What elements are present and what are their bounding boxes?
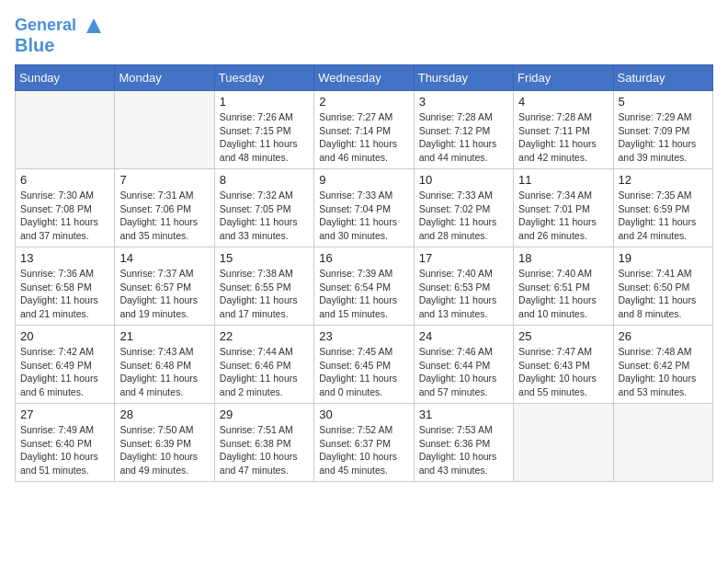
- day-number: 16: [319, 251, 408, 265]
- day-info: Sunrise: 7:34 AM Sunset: 7:01 PM Dayligh…: [518, 189, 608, 243]
- calendar-cell: 16Sunrise: 7:39 AM Sunset: 6:54 PM Dayli…: [314, 247, 414, 326]
- day-number: 25: [518, 329, 608, 343]
- calendar-cell: 15Sunrise: 7:38 AM Sunset: 6:55 PM Dayli…: [214, 247, 313, 326]
- weekday-header-friday: Friday: [514, 65, 613, 91]
- calendar-cell: 9Sunrise: 7:33 AM Sunset: 7:04 PM Daylig…: [314, 169, 414, 247]
- day-number: 23: [319, 329, 408, 343]
- day-number: 9: [319, 173, 408, 187]
- day-number: 11: [518, 173, 608, 187]
- calendar-week-4: 20Sunrise: 7:42 AM Sunset: 6:49 PM Dayli…: [16, 326, 713, 404]
- calendar-table: SundayMondayTuesdayWednesdayThursdayFrid…: [15, 64, 713, 482]
- calendar-cell: 21Sunrise: 7:43 AM Sunset: 6:48 PM Dayli…: [115, 326, 214, 404]
- calendar-week-1: 1Sunrise: 7:26 AM Sunset: 7:15 PM Daylig…: [16, 91, 713, 169]
- day-info: Sunrise: 7:40 AM Sunset: 6:53 PM Dayligh…: [419, 267, 508, 321]
- day-number: 17: [419, 251, 508, 265]
- calendar-cell: 17Sunrise: 7:40 AM Sunset: 6:53 PM Dayli…: [414, 247, 513, 326]
- calendar-week-2: 6Sunrise: 7:30 AM Sunset: 7:08 PM Daylig…: [16, 169, 713, 247]
- day-info: Sunrise: 7:28 AM Sunset: 7:11 PM Dayligh…: [518, 110, 608, 165]
- calendar-cell: 28Sunrise: 7:50 AM Sunset: 6:39 PM Dayli…: [115, 404, 214, 482]
- day-info: Sunrise: 7:29 AM Sunset: 7:09 PM Dayligh…: [619, 110, 708, 165]
- calendar-cell: 6Sunrise: 7:30 AM Sunset: 7:08 PM Daylig…: [16, 169, 115, 247]
- day-number: 26: [619, 329, 708, 343]
- calendar-cell: 4Sunrise: 7:28 AM Sunset: 7:11 PM Daylig…: [514, 91, 613, 169]
- logo-icon: [83, 15, 105, 37]
- day-info: Sunrise: 7:39 AM Sunset: 6:54 PM Dayligh…: [319, 267, 408, 321]
- calendar-cell: [115, 91, 214, 169]
- calendar-week-5: 27Sunrise: 7:49 AM Sunset: 6:40 PM Dayli…: [16, 404, 713, 482]
- calendar-cell: 23Sunrise: 7:45 AM Sunset: 6:45 PM Dayli…: [314, 326, 414, 404]
- weekday-header-monday: Monday: [115, 65, 214, 91]
- day-number: 14: [119, 251, 209, 265]
- day-number: 31: [419, 408, 508, 421]
- calendar-cell: 18Sunrise: 7:40 AM Sunset: 6:51 PM Dayli…: [514, 247, 613, 326]
- day-number: 15: [220, 251, 309, 265]
- calendar-cell: 2Sunrise: 7:27 AM Sunset: 7:14 PM Daylig…: [314, 91, 414, 169]
- calendar-cell: 20Sunrise: 7:42 AM Sunset: 6:49 PM Dayli…: [16, 326, 115, 404]
- day-info: Sunrise: 7:43 AM Sunset: 6:48 PM Dayligh…: [119, 345, 209, 399]
- day-number: 3: [419, 95, 508, 109]
- day-info: Sunrise: 7:32 AM Sunset: 7:05 PM Dayligh…: [220, 189, 309, 243]
- day-info: Sunrise: 7:45 AM Sunset: 6:45 PM Dayligh…: [319, 345, 408, 399]
- day-number: 27: [20, 408, 109, 421]
- day-info: Sunrise: 7:33 AM Sunset: 7:04 PM Dayligh…: [319, 189, 408, 243]
- day-number: 22: [220, 329, 309, 343]
- day-number: 28: [119, 408, 209, 421]
- day-info: Sunrise: 7:52 AM Sunset: 6:37 PM Dayligh…: [319, 423, 408, 477]
- day-info: Sunrise: 7:26 AM Sunset: 7:15 PM Dayligh…: [220, 110, 309, 165]
- calendar-week-3: 13Sunrise: 7:36 AM Sunset: 6:58 PM Dayli…: [16, 247, 713, 326]
- day-number: 6: [20, 173, 109, 187]
- day-number: 12: [619, 173, 708, 187]
- day-info: Sunrise: 7:35 AM Sunset: 6:59 PM Dayligh…: [619, 189, 708, 243]
- day-info: Sunrise: 7:53 AM Sunset: 6:36 PM Dayligh…: [419, 423, 508, 477]
- calendar-cell: [514, 404, 613, 482]
- day-info: Sunrise: 7:40 AM Sunset: 6:51 PM Dayligh…: [518, 267, 608, 321]
- day-info: Sunrise: 7:30 AM Sunset: 7:08 PM Dayligh…: [20, 189, 109, 243]
- day-info: Sunrise: 7:46 AM Sunset: 6:44 PM Dayligh…: [419, 345, 508, 399]
- calendar-cell: [16, 91, 115, 169]
- calendar-cell: 31Sunrise: 7:53 AM Sunset: 6:36 PM Dayli…: [414, 404, 513, 482]
- calendar-cell: 30Sunrise: 7:52 AM Sunset: 6:37 PM Dayli…: [314, 404, 414, 482]
- calendar-cell: 25Sunrise: 7:47 AM Sunset: 6:43 PM Dayli…: [514, 326, 613, 404]
- calendar-cell: 11Sunrise: 7:34 AM Sunset: 7:01 PM Dayli…: [514, 169, 613, 247]
- day-number: 1: [220, 95, 309, 109]
- day-number: 2: [319, 95, 408, 109]
- calendar-cell: 24Sunrise: 7:46 AM Sunset: 6:44 PM Dayli…: [414, 326, 513, 404]
- day-number: 20: [20, 329, 109, 343]
- logo-text: General: [15, 15, 105, 37]
- svg-marker-0: [86, 18, 101, 33]
- day-info: Sunrise: 7:36 AM Sunset: 6:58 PM Dayligh…: [20, 267, 109, 321]
- calendar-cell: 13Sunrise: 7:36 AM Sunset: 6:58 PM Dayli…: [16, 247, 115, 326]
- calendar-cell: 27Sunrise: 7:49 AM Sunset: 6:40 PM Dayli…: [16, 404, 115, 482]
- day-number: 5: [619, 95, 708, 109]
- day-info: Sunrise: 7:51 AM Sunset: 6:38 PM Dayligh…: [220, 423, 309, 477]
- calendar-cell: 14Sunrise: 7:37 AM Sunset: 6:57 PM Dayli…: [115, 247, 214, 326]
- calendar-cell: 5Sunrise: 7:29 AM Sunset: 7:09 PM Daylig…: [613, 91, 712, 169]
- calendar-cell: 1Sunrise: 7:26 AM Sunset: 7:15 PM Daylig…: [214, 91, 313, 169]
- day-number: 29: [220, 408, 309, 421]
- day-info: Sunrise: 7:42 AM Sunset: 6:49 PM Dayligh…: [20, 345, 109, 399]
- day-number: 13: [20, 251, 109, 265]
- calendar-cell: [613, 404, 712, 482]
- day-info: Sunrise: 7:41 AM Sunset: 6:50 PM Dayligh…: [619, 267, 708, 321]
- calendar-cell: 10Sunrise: 7:33 AM Sunset: 7:02 PM Dayli…: [414, 169, 513, 247]
- calendar-cell: 8Sunrise: 7:32 AM Sunset: 7:05 PM Daylig…: [214, 169, 313, 247]
- day-number: 30: [319, 408, 408, 421]
- day-info: Sunrise: 7:28 AM Sunset: 7:12 PM Dayligh…: [419, 110, 508, 165]
- day-info: Sunrise: 7:49 AM Sunset: 6:40 PM Dayligh…: [20, 423, 109, 477]
- day-number: 4: [518, 95, 608, 109]
- calendar-cell: 26Sunrise: 7:48 AM Sunset: 6:42 PM Dayli…: [613, 326, 712, 404]
- day-number: 7: [119, 173, 209, 187]
- day-info: Sunrise: 7:37 AM Sunset: 6:57 PM Dayligh…: [119, 267, 209, 321]
- day-info: Sunrise: 7:31 AM Sunset: 7:06 PM Dayligh…: [119, 189, 209, 243]
- day-info: Sunrise: 7:27 AM Sunset: 7:14 PM Dayligh…: [319, 110, 408, 165]
- logo-blue: Blue: [15, 35, 54, 55]
- page-header: General Blue: [15, 15, 713, 55]
- calendar-cell: 19Sunrise: 7:41 AM Sunset: 6:50 PM Dayli…: [613, 247, 712, 326]
- calendar-cell: 12Sunrise: 7:35 AM Sunset: 6:59 PM Dayli…: [613, 169, 712, 247]
- day-info: Sunrise: 7:48 AM Sunset: 6:42 PM Dayligh…: [619, 345, 708, 399]
- weekday-header-tuesday: Tuesday: [214, 65, 313, 91]
- day-number: 24: [419, 329, 508, 343]
- day-number: 19: [619, 251, 708, 265]
- weekday-header-wednesday: Wednesday: [314, 65, 414, 91]
- day-info: Sunrise: 7:47 AM Sunset: 6:43 PM Dayligh…: [518, 345, 608, 399]
